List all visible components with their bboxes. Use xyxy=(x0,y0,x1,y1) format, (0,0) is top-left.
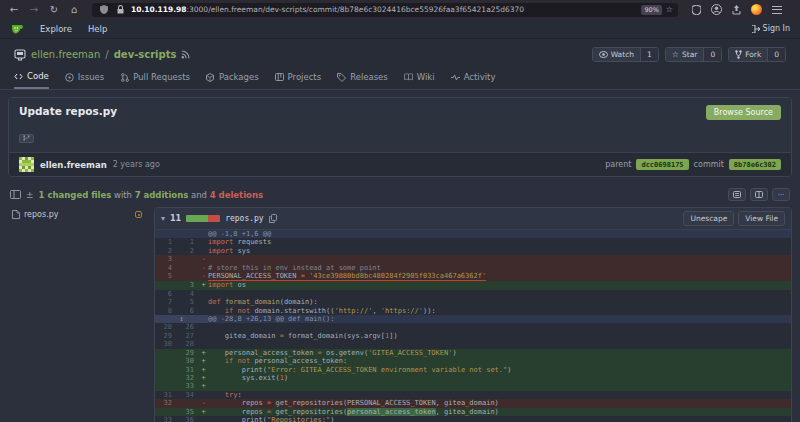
sign-in-label: Sign In xyxy=(763,24,790,33)
tab-projects[interactable]: Projects xyxy=(275,71,322,89)
new-line-number[interactable]: 32 xyxy=(177,374,199,382)
old-line-number[interactable]: 31 xyxy=(155,391,177,399)
old-line-number[interactable] xyxy=(155,349,177,357)
new-line-number[interactable]: 27 xyxy=(177,332,199,340)
tab-wiki[interactable]: Wiki xyxy=(404,71,435,89)
old-line-number[interactable]: 29 xyxy=(155,332,177,340)
old-line-number[interactable] xyxy=(155,408,177,416)
new-line-number[interactable]: 26 xyxy=(177,323,199,331)
old-line-number[interactable] xyxy=(155,357,177,365)
old-line-number[interactable]: 30 xyxy=(155,340,177,348)
rss-icon[interactable] xyxy=(181,50,190,59)
sign-in-link[interactable]: Sign In xyxy=(752,24,790,33)
tab-pull-requests[interactable]: Pull Requests xyxy=(120,71,190,89)
fork-button[interactable]: Fork 0 xyxy=(728,47,786,62)
repo-name-link[interactable]: dev-scripts xyxy=(114,49,177,60)
new-line-number[interactable]: 35 xyxy=(177,408,199,416)
new-line-number[interactable]: 3 xyxy=(177,281,199,289)
bookmark-star-icon[interactable]: ☆ xyxy=(666,5,673,14)
url-text[interactable]: 10.10.119.98:3000/ellen.freeman/dev-scri… xyxy=(131,5,637,14)
collapse-file-icon[interactable]: ▾ xyxy=(161,214,165,223)
avatar[interactable] xyxy=(19,157,34,172)
new-line-number[interactable]: 31 xyxy=(177,366,199,374)
commit-author[interactable]: ellen.freeman xyxy=(40,160,107,170)
parent-sha-button[interactable]: dcc0698175 xyxy=(636,159,688,170)
watch-button[interactable]: Watch 1 xyxy=(592,47,659,62)
new-line-number[interactable]: 1 xyxy=(177,238,199,246)
expand-hunk-button[interactable]: ↕ xyxy=(155,315,208,323)
diff-download-icon[interactable]: ± xyxy=(26,190,34,200)
tab-code[interactable]: Code xyxy=(14,71,49,89)
old-line-number[interactable]: 28 xyxy=(155,323,177,331)
share-icon[interactable] xyxy=(730,3,743,16)
old-line-number[interactable]: 1 xyxy=(155,238,177,246)
old-line-number[interactable]: 32 xyxy=(155,399,177,407)
old-line-number[interactable] xyxy=(155,366,177,374)
split-diff-button[interactable] xyxy=(750,188,768,201)
file-tree-toggle-icon[interactable] xyxy=(10,190,21,199)
watch-count[interactable]: 1 xyxy=(640,48,658,61)
copy-path-icon[interactable] xyxy=(269,214,277,223)
repo-owner-link[interactable]: ellen.freeman xyxy=(31,49,100,60)
branch-badge[interactable] xyxy=(19,134,34,143)
new-line-number[interactable]: 36 xyxy=(177,416,199,422)
old-line-number[interactable] xyxy=(155,382,177,390)
code-text: import sys xyxy=(208,247,791,255)
diff-line-ctx: 11import requests xyxy=(155,238,791,246)
account-icon[interactable] xyxy=(710,3,723,16)
back-button[interactable]: ← xyxy=(6,2,22,17)
nav-help[interactable]: Help xyxy=(88,24,107,34)
old-line-number[interactable]: 8 xyxy=(155,307,177,315)
old-line-number[interactable]: 7 xyxy=(155,298,177,306)
firefox-icon[interactable] xyxy=(750,3,763,16)
diff-options-button[interactable]: ··· xyxy=(772,188,790,201)
browse-source-button[interactable]: Browse Source xyxy=(706,105,781,120)
new-line-number[interactable] xyxy=(177,399,199,407)
nav-explore[interactable]: Explore xyxy=(40,24,72,34)
diff-filename[interactable]: repos.py xyxy=(225,214,264,223)
new-line-number[interactable]: 5 xyxy=(177,298,199,306)
new-line-number[interactable]: 2 xyxy=(177,247,199,255)
shield-icon[interactable] xyxy=(97,3,110,16)
new-line-number[interactable]: 6 xyxy=(177,307,199,315)
lock-icon[interactable] xyxy=(114,3,127,16)
new-line-number[interactable] xyxy=(177,272,199,281)
menu-icon[interactable] xyxy=(770,3,783,16)
unescape-button[interactable]: Unescape xyxy=(683,211,734,226)
diff-area: ± 1 changed files with 7 additions and 4… xyxy=(0,183,800,422)
tab-activity[interactable]: Activity xyxy=(451,71,496,89)
commit-sha-button[interactable]: 8b78e6c302 xyxy=(729,159,781,170)
new-line-number[interactable] xyxy=(177,264,199,272)
old-line-number[interactable]: 2 xyxy=(155,247,177,255)
new-line-number[interactable] xyxy=(177,255,199,263)
new-line-number[interactable]: 34 xyxy=(177,391,199,399)
new-line-number[interactable]: 33 xyxy=(177,382,199,390)
star-count[interactable]: 0 xyxy=(703,48,721,61)
home-button[interactable]: ⌂ xyxy=(66,2,82,17)
old-line-number[interactable]: 6 xyxy=(155,290,177,298)
fork-count[interactable]: 0 xyxy=(767,48,785,61)
unified-diff-button[interactable] xyxy=(728,188,746,201)
old-line-number[interactable]: 4 xyxy=(155,264,177,272)
star-button[interactable]: ☆ Star 0 xyxy=(665,47,722,62)
reload-button[interactable]: ↻ xyxy=(46,2,62,17)
tab-issues[interactable]: Issues xyxy=(65,71,104,89)
old-line-number[interactable]: 33 xyxy=(155,416,177,422)
new-line-number[interactable]: 28 xyxy=(177,340,199,348)
tab-packages[interactable]: Packages xyxy=(206,71,259,89)
old-line-number[interactable] xyxy=(155,281,177,289)
zoom-level-badge[interactable]: 90% xyxy=(641,5,661,15)
forward-button[interactable]: → xyxy=(26,2,42,17)
new-line-number[interactable]: 30 xyxy=(177,357,199,365)
old-line-number[interactable] xyxy=(155,374,177,382)
new-line-number[interactable]: 29 xyxy=(177,349,199,357)
gitea-logo[interactable] xyxy=(10,22,24,36)
tab-releases[interactable]: Releases xyxy=(337,71,388,89)
old-line-number[interactable]: 5 xyxy=(155,272,177,281)
new-line-number[interactable]: 4 xyxy=(177,290,199,298)
url-bar[interactable]: 10.10.119.98:3000/ellen.freeman/dev-scri… xyxy=(92,3,678,17)
file-tree-item[interactable]: repos.py xyxy=(8,207,146,222)
extension-shield-icon[interactable] xyxy=(690,3,703,16)
old-line-number[interactable]: 3 xyxy=(155,255,177,263)
view-file-button[interactable]: View File xyxy=(738,211,785,226)
